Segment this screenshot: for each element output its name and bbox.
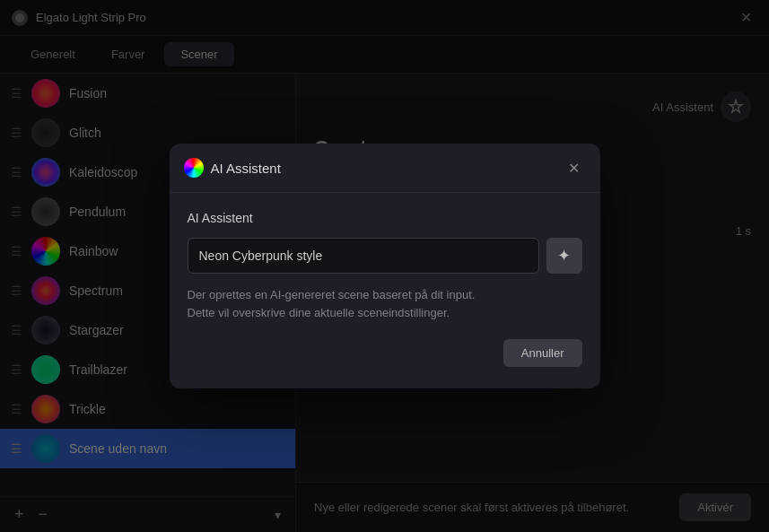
modal-title-row: AI Assistent	[184, 158, 281, 178]
magic-button[interactable]: ✦	[546, 238, 582, 274]
modal-description: Der oprettes en AI-genereret scene baser…	[188, 286, 582, 321]
modal-icon	[184, 158, 204, 178]
modal-input-row: ✦	[188, 238, 582, 274]
modal-titlebar: AI Assistent ✕	[170, 144, 600, 193]
modal-section-label: AI Assistent	[188, 211, 582, 225]
modal-close-button[interactable]: ✕	[563, 156, 586, 179]
modal-title: AI Assistent	[211, 161, 281, 176]
cancel-button[interactable]: Annuller	[503, 339, 582, 367]
ai-input-field[interactable]	[188, 238, 539, 274]
ai-assistant-modal: AI Assistent ✕ AI Assistent ✦ Der oprett…	[170, 144, 600, 388]
modal-body: AI Assistent ✦ Der oprettes en AI-genere…	[170, 193, 600, 388]
modal-actions: Annuller	[188, 339, 582, 367]
modal-overlay: AI Assistent ✕ AI Assistent ✦ Der oprett…	[0, 0, 769, 532]
